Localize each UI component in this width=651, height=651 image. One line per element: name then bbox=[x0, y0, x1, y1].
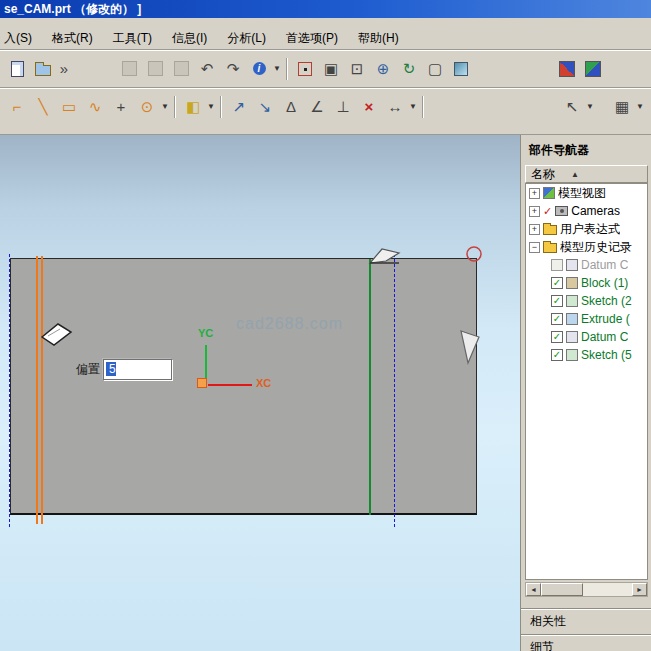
checkbox-unchecked-icon[interactable]: ✓ bbox=[551, 259, 563, 271]
interpart-link-button[interactable] bbox=[554, 56, 580, 82]
sketch-circle-handle-icon[interactable] bbox=[465, 245, 483, 263]
sketch-handle-icon[interactable] bbox=[368, 246, 402, 268]
section-dependencies[interactable]: 相关性 bbox=[521, 608, 651, 633]
dimension-button[interactable]: ↔ bbox=[382, 94, 408, 120]
toolbar-overflow-button[interactable]: » bbox=[56, 56, 72, 82]
shaded-view-button[interactable] bbox=[448, 56, 474, 82]
scroll-left-icon[interactable]: ◄ bbox=[526, 583, 541, 596]
datum-line-right[interactable] bbox=[394, 254, 395, 527]
navigator-tree: + 模型视图 + ✓ Cameras + 用户表达式 − 模型历史记录 bbox=[525, 183, 648, 580]
folder-open-icon bbox=[543, 243, 557, 253]
profile-button[interactable]: ⌐ bbox=[4, 94, 30, 120]
menu-item-analysis[interactable]: 分析(L) bbox=[227, 30, 266, 47]
shaded-view-icon bbox=[454, 62, 468, 76]
circle-button[interactable]: ⊙ bbox=[134, 94, 160, 120]
refresh-button[interactable]: ↻ bbox=[396, 56, 422, 82]
x-axis-line bbox=[208, 384, 252, 386]
undo-button[interactable]: ↶ bbox=[194, 56, 220, 82]
graphics-viewport[interactable]: cad2688.com YC XC 偏置 5 bbox=[0, 135, 520, 651]
checkbox-checked-icon[interactable]: ✓ bbox=[551, 349, 563, 361]
checkbox-checked-icon[interactable]: ✓ bbox=[551, 277, 563, 289]
snap-point-dropdown-icon[interactable]: ▼ bbox=[635, 94, 645, 120]
tree-item-cameras[interactable]: + ✓ Cameras bbox=[526, 202, 647, 220]
tree-item-block[interactable]: ✓ Block (1) bbox=[526, 274, 647, 292]
open-button[interactable] bbox=[30, 56, 56, 82]
sort-ascending-icon[interactable]: ▲ bbox=[571, 170, 579, 179]
fit-view-button[interactable] bbox=[292, 56, 318, 82]
new-part-icon bbox=[11, 61, 24, 77]
line-button[interactable]: ╲ bbox=[30, 94, 56, 120]
triangle-constraint-button[interactable]: Δ bbox=[278, 94, 304, 120]
constraint-ne-button[interactable]: ↗ bbox=[226, 94, 252, 120]
constraint-se-button[interactable]: ↘ bbox=[252, 94, 278, 120]
perpendicular-button[interactable]: ⊥ bbox=[330, 94, 356, 120]
angle-button[interactable]: ∠ bbox=[304, 94, 330, 120]
checkbox-checked-icon[interactable]: ✓ bbox=[551, 295, 563, 307]
menu-item-information[interactable]: 信息(I) bbox=[172, 30, 207, 47]
new-part-button[interactable] bbox=[4, 56, 30, 82]
datum-csys-icon bbox=[566, 331, 578, 343]
block-icon bbox=[566, 277, 578, 289]
tree-item-label: 用户表达式 bbox=[560, 221, 620, 238]
datum-line-left[interactable] bbox=[9, 254, 10, 527]
expand-icon[interactable]: + bbox=[529, 206, 540, 217]
constraint-se-icon: ↘ bbox=[259, 98, 272, 116]
interpart-copy-button[interactable] bbox=[580, 56, 606, 82]
zoom-button[interactable]: ⊕ bbox=[370, 56, 396, 82]
tree-column-header[interactable]: 名称 ▲ bbox=[525, 165, 648, 183]
zoom-box-button[interactable]: ⊡ bbox=[344, 56, 370, 82]
section-details[interactable]: 细节 bbox=[521, 634, 651, 651]
collapse-icon[interactable]: − bbox=[529, 242, 540, 253]
tree-item-sketch-2[interactable]: ✓ Sketch (2 bbox=[526, 292, 647, 310]
spray-fill-dropdown-icon[interactable]: ▼ bbox=[206, 94, 216, 120]
menu-item-format[interactable]: 格式(R) bbox=[52, 30, 93, 47]
profile-icon: ⌐ bbox=[13, 98, 22, 115]
dimension-icon: ↔ bbox=[388, 98, 403, 115]
datum-csys-icon bbox=[566, 259, 578, 271]
spray-fill-button[interactable]: ◧ bbox=[180, 94, 206, 120]
edge-line-green[interactable] bbox=[369, 259, 371, 515]
redo-button[interactable]: ↷ bbox=[220, 56, 246, 82]
menu-item-tools[interactable]: 工具(T) bbox=[113, 30, 152, 47]
selection-filter-button[interactable]: ↖ bbox=[559, 94, 585, 120]
section-label: 相关性 bbox=[530, 614, 566, 628]
menu-item-help[interactable]: 帮助(H) bbox=[358, 30, 399, 47]
spline-button[interactable]: ∿ bbox=[82, 94, 108, 120]
dimension-dropdown-icon[interactable]: ▼ bbox=[408, 94, 418, 120]
point-button[interactable]: + bbox=[108, 94, 134, 120]
snap-point-button[interactable]: ▦ bbox=[609, 94, 635, 120]
scroll-right-icon[interactable]: ► bbox=[632, 583, 647, 596]
tree-item-user-expressions[interactable]: + 用户表达式 bbox=[526, 220, 647, 238]
circle-dropdown-icon[interactable]: ▼ bbox=[160, 94, 170, 120]
tree-item-sketch-5[interactable]: ✓ Sketch (5 bbox=[526, 346, 647, 364]
tree-item-model-views[interactable]: + 模型视图 bbox=[526, 184, 647, 202]
part-navigator-panel: 部件导航器 名称 ▲ + 模型视图 + ✓ Cameras + 用户表达式 bbox=[520, 135, 651, 651]
constraint-ne-icon: ↗ bbox=[233, 98, 246, 116]
rectangle-button[interactable]: ▭ bbox=[56, 94, 82, 120]
window-display-button[interactable]: ▣ bbox=[318, 56, 344, 82]
block-solid[interactable] bbox=[10, 258, 477, 515]
check-icon[interactable]: ✓ bbox=[543, 205, 552, 218]
checkbox-checked-icon[interactable]: ✓ bbox=[551, 313, 563, 325]
tree-item-datum-csys-1[interactable]: ✓ Datum C bbox=[526, 256, 647, 274]
menu-item-insert[interactable]: 入(S) bbox=[4, 30, 32, 47]
expand-icon[interactable]: + bbox=[529, 188, 540, 199]
expand-icon[interactable]: + bbox=[529, 224, 540, 235]
tree-item-datum-csys-2[interactable]: ✓ Datum C bbox=[526, 328, 647, 346]
information-dropdown-icon[interactable]: ▼ bbox=[272, 56, 282, 82]
pan-button[interactable]: ▢ bbox=[422, 56, 448, 82]
tree-item-extrude[interactable]: ✓ Extrude ( bbox=[526, 310, 647, 328]
selection-filter-dropdown-icon[interactable]: ▼ bbox=[585, 94, 595, 120]
horizontal-scrollbar[interactable]: ◄ ► bbox=[525, 582, 648, 597]
offset-line-1[interactable] bbox=[36, 256, 38, 524]
tree-item-model-history[interactable]: − 模型历史记录 bbox=[526, 238, 647, 256]
offset-input[interactable]: 5 bbox=[103, 359, 172, 380]
sketch-dart-handle-icon[interactable] bbox=[458, 327, 482, 367]
scrollbar-thumb[interactable] bbox=[541, 583, 583, 596]
information-button[interactable]: i bbox=[246, 56, 272, 82]
menu-item-preferences[interactable]: 首选项(P) bbox=[286, 30, 338, 47]
checkbox-checked-icon[interactable]: ✓ bbox=[551, 331, 563, 343]
offset-line-2[interactable] bbox=[41, 256, 43, 524]
quick-trim-button[interactable]: × bbox=[356, 94, 382, 120]
csys-origin-marker[interactable] bbox=[197, 378, 207, 388]
